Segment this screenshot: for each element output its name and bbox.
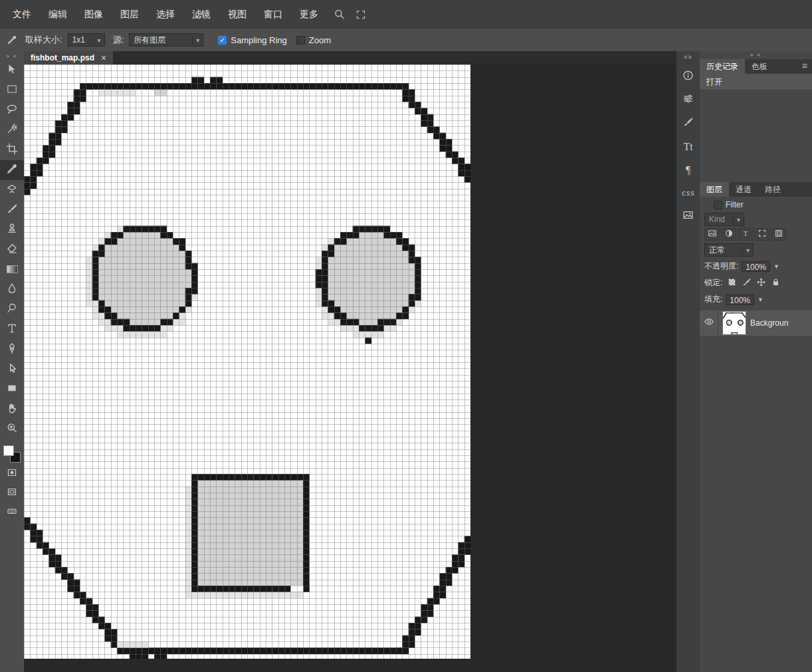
menu-item[interactable]: 滤镜 (183, 0, 219, 29)
layer-visibility-toggle[interactable] (700, 310, 718, 336)
color-swatches[interactable] (3, 445, 21, 463)
blend-mode-select[interactable]: 正常 (704, 243, 754, 257)
tab-路径[interactable]: 路径 (758, 182, 787, 197)
brush-panel-toggle[interactable] (676, 112, 700, 134)
keyboard-shortcuts[interactable] (0, 504, 24, 521)
fill-dropdown-icon[interactable]: ▼ (758, 296, 763, 303)
right-panel: > < 历史记录色板≡ 打开 图层通道路径 Filter Kind T 正常 不… (700, 51, 812, 672)
menu-item[interactable]: 图层 (112, 0, 148, 29)
opacity-value[interactable]: 100% (742, 261, 770, 272)
document-tab-strip: fishbot_map.psd × (24, 51, 676, 64)
image-icon (682, 209, 694, 223)
zoom-tool[interactable] (0, 419, 24, 439)
filter-shape[interactable] (754, 228, 769, 241)
filter-image[interactable] (704, 228, 720, 241)
menu-item[interactable]: 编辑 (40, 0, 76, 29)
foreground-color-swatch[interactable] (3, 445, 14, 456)
sample-size-select[interactable]: 1x1 (68, 33, 105, 47)
zoom-checkbox[interactable] (296, 36, 305, 45)
layer-list: Background (700, 310, 812, 336)
history-panel-tabs: 历史记录色板≡ (700, 59, 812, 74)
path-select-tool[interactable] (0, 360, 24, 380)
menu-bar: 文件编辑图像图层选择滤镜视图窗口更多 (0, 0, 812, 29)
image-icon (708, 229, 717, 240)
lasso-icon (6, 103, 18, 118)
rectangle-select-tool[interactable] (0, 80, 24, 100)
close-tab-icon[interactable]: × (101, 53, 106, 62)
source-select[interactable]: 所有图层 (129, 33, 203, 47)
eyedropper-tool[interactable] (0, 160, 24, 180)
brush-icon (6, 203, 18, 217)
document-canvas[interactable] (24, 64, 470, 659)
pathsel-icon (6, 362, 18, 377)
clone-stamp-tool[interactable] (0, 220, 24, 240)
menu-item[interactable]: 更多 (291, 0, 327, 29)
blur-icon (6, 282, 18, 297)
tab-历史记录[interactable]: 历史记录 (700, 59, 745, 74)
blur-tool[interactable] (0, 280, 24, 300)
lock-row: 锁定: (700, 275, 812, 291)
panel-menu-icon[interactable]: ≡ (802, 59, 807, 72)
layer-thumbnail[interactable] (723, 312, 746, 334)
info-panel-toggle[interactable] (676, 66, 700, 88)
tab-色板[interactable]: 色板 (745, 59, 774, 74)
adjustments-panel-toggle[interactable] (676, 89, 700, 111)
lock-paint[interactable] (740, 277, 753, 289)
hand-icon (6, 402, 18, 417)
fill-value[interactable]: 100% (726, 294, 754, 305)
document-tab[interactable]: fishbot_map.psd × (24, 51, 113, 64)
hand-tool[interactable] (0, 399, 24, 419)
healing-icon (6, 183, 18, 197)
menu-item[interactable]: 图像 (76, 0, 112, 29)
menu-item[interactable]: 选择 (148, 0, 183, 29)
css-panel-toggle[interactable]: css (676, 182, 700, 204)
move-tool[interactable] (0, 60, 24, 80)
blend-mode-row: 正常 (700, 242, 812, 258)
screen-mode-toggle[interactable] (0, 485, 24, 502)
kind-select[interactable]: Kind (704, 213, 744, 226)
eraser-tool[interactable] (0, 240, 24, 260)
paragraph-panel-toggle[interactable]: ¶ (676, 159, 700, 181)
toolbar-collapse[interactable]: > < (6, 51, 18, 60)
search-icon[interactable] (334, 9, 345, 20)
dodge-tool[interactable] (0, 300, 24, 320)
tab-通道[interactable]: 通道 (729, 182, 758, 197)
lock-transparency[interactable] (726, 277, 738, 289)
filter-type[interactable]: T (738, 228, 753, 241)
pen-tool[interactable] (0, 340, 24, 360)
tab-图层[interactable]: 图层 (700, 182, 729, 197)
movecross-icon (756, 277, 766, 289)
panel-collapse[interactable]: > < (700, 51, 812, 59)
quick-mask-toggle[interactable] (0, 465, 24, 483)
brush-tool[interactable] (0, 200, 24, 220)
gradient-tool[interactable] (0, 260, 24, 280)
filter-checkbox[interactable] (714, 201, 722, 209)
menu-items: 文件编辑图像图层选择滤镜视图窗口更多 (0, 0, 327, 29)
type-tool[interactable] (0, 320, 24, 340)
lock-all[interactable] (769, 277, 782, 289)
layer-row[interactable]: Background (700, 310, 812, 336)
history-entry[interactable]: 打开 (700, 74, 812, 90)
menu-item[interactable]: 窗口 (255, 0, 291, 29)
menu-item[interactable]: 文件 (4, 0, 40, 29)
lock-position[interactable] (755, 277, 767, 289)
typeT-icon: T (741, 229, 750, 240)
crop-tool[interactable] (0, 140, 24, 160)
qmask-icon (7, 467, 17, 481)
fullscreen-icon[interactable] (355, 9, 366, 20)
image-panel-toggle[interactable] (676, 205, 700, 227)
healing-tool[interactable] (0, 180, 24, 200)
lasso-tool[interactable] (0, 100, 24, 120)
character-panel-toggle[interactable]: Tt (676, 136, 700, 158)
opacity-dropdown-icon[interactable]: ▼ (773, 263, 779, 270)
filter-adjustment[interactable] (721, 228, 736, 241)
filter-smart[interactable] (771, 228, 786, 241)
sampling-ring-checkbox[interactable]: ✓ (218, 36, 227, 45)
menu-item[interactable]: 视图 (219, 0, 255, 29)
layer-name: Background (750, 318, 789, 328)
shape-tool[interactable] (0, 380, 24, 399)
sample-size-label: 取样大小: (25, 34, 62, 46)
dock-collapse[interactable]: <> (684, 51, 692, 66)
magic-wand-tool[interactable] (0, 120, 24, 140)
source-label: 源: (113, 34, 124, 46)
